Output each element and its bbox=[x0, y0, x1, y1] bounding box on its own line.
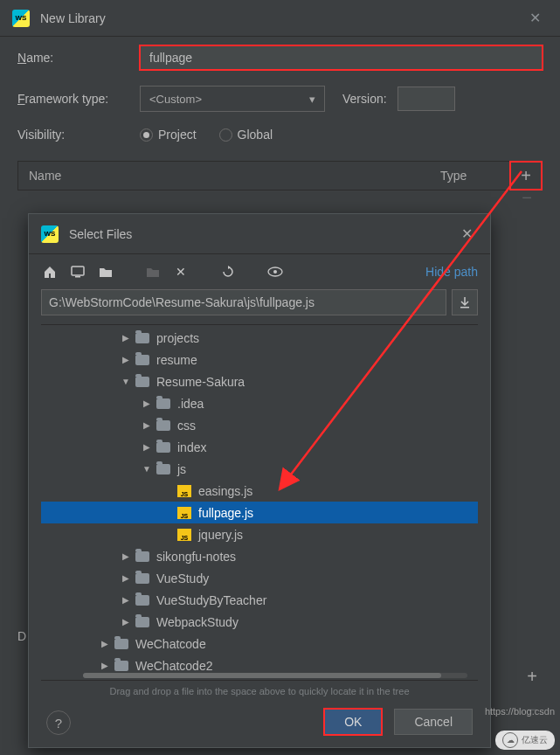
close-icon[interactable]: ✕ bbox=[456, 222, 478, 246]
desktop-icon[interactable] bbox=[69, 263, 86, 281]
js-file-icon: JS bbox=[177, 507, 191, 519]
toggle-icon[interactable]: ▶ bbox=[120, 355, 132, 364]
path-input[interactable] bbox=[41, 289, 446, 315]
watermark-url: https://blog.csdn bbox=[485, 706, 555, 717]
folder-node[interactable]: ▶sikongfu-notes bbox=[41, 545, 478, 567]
node-label: css bbox=[177, 419, 196, 433]
home-icon[interactable] bbox=[41, 263, 59, 281]
folder-icon bbox=[135, 551, 149, 562]
toggle-icon[interactable]: ▶ bbox=[141, 420, 153, 430]
folder-icon bbox=[114, 639, 128, 649]
project-icon[interactable] bbox=[97, 263, 114, 281]
libraries-table: Name Type + bbox=[17, 161, 543, 190]
folder-icon bbox=[135, 617, 149, 627]
folder-node[interactable]: ▶css bbox=[41, 414, 478, 436]
node-label: index bbox=[177, 440, 206, 454]
folder-icon bbox=[156, 398, 170, 409]
outer-add-button[interactable]: + bbox=[516, 662, 548, 690]
toggle-icon[interactable]: ▼ bbox=[141, 464, 153, 474]
help-button[interactable]: ? bbox=[46, 710, 71, 735]
d-label: D bbox=[17, 629, 26, 643]
node-label: fullpage.js bbox=[198, 506, 253, 520]
version-label: Version: bbox=[342, 92, 387, 106]
folder-icon bbox=[135, 377, 149, 387]
hide-path-link[interactable]: Hide path bbox=[425, 265, 478, 279]
file-node[interactable]: JSfullpage.js bbox=[41, 502, 478, 523]
folder-icon bbox=[135, 573, 149, 584]
file-tree[interactable]: ▶projects▶resume▼Resume-Sakura▶.idea▶css… bbox=[41, 324, 478, 681]
svg-rect-1 bbox=[75, 276, 80, 278]
close-icon[interactable]: ✕ bbox=[522, 6, 548, 30]
toggle-icon[interactable]: ▶ bbox=[99, 661, 111, 670]
svg-rect-4 bbox=[460, 307, 469, 308]
js-file-icon: JS bbox=[177, 485, 191, 497]
folder-node[interactable]: ▼Resume-Sakura bbox=[41, 371, 478, 392]
name-input[interactable] bbox=[140, 45, 543, 70]
toggle-icon[interactable]: ▶ bbox=[141, 442, 153, 452]
toggle-icon[interactable]: ▶ bbox=[120, 617, 132, 627]
folder-node[interactable]: ▶WebpackStudy bbox=[41, 611, 478, 633]
file-node[interactable]: JSjquery.js bbox=[41, 523, 478, 545]
refresh-icon[interactable] bbox=[219, 263, 237, 281]
framework-select[interactable]: <Custom> bbox=[140, 86, 325, 112]
folder-icon bbox=[135, 333, 149, 343]
folder-node[interactable]: ▶resume bbox=[41, 349, 478, 371]
node-label: WeChatcode bbox=[135, 637, 206, 651]
download-icon[interactable] bbox=[452, 289, 478, 315]
folder-icon bbox=[114, 661, 128, 671]
name-label: Name: bbox=[17, 51, 140, 65]
delete-icon[interactable]: ✕ bbox=[172, 263, 190, 281]
visibility-label: Visibility: bbox=[17, 128, 140, 142]
toggle-icon[interactable]: ▶ bbox=[120, 595, 132, 605]
dialog-title: Select Files bbox=[69, 227, 456, 241]
toolbar: ✕ Hide path bbox=[29, 254, 490, 289]
version-input[interactable] bbox=[398, 87, 455, 111]
folder-icon bbox=[135, 355, 149, 365]
watermark: ☁ 亿速云 bbox=[495, 731, 555, 750]
node-label: WeChatcode2 bbox=[135, 659, 212, 673]
toggle-icon[interactable]: ▶ bbox=[120, 551, 132, 561]
radio-global[interactable] bbox=[219, 128, 232, 142]
toggle-icon[interactable]: ▶ bbox=[141, 398, 153, 408]
node-label: js bbox=[177, 462, 186, 476]
node-label: .idea bbox=[177, 397, 204, 411]
svg-point-3 bbox=[273, 270, 277, 274]
toggle-icon[interactable]: ▶ bbox=[99, 639, 111, 648]
window-title: New Library bbox=[40, 11, 522, 25]
form: Name: Framework type: <Custom> Version: … bbox=[0, 37, 560, 190]
framework-label: Framework type: bbox=[17, 92, 140, 106]
node-label: resume bbox=[156, 353, 197, 367]
node-label: easings.js bbox=[198, 484, 252, 498]
node-label: jquery.js bbox=[198, 528, 243, 542]
node-label: WebpackStudy bbox=[156, 615, 239, 629]
file-node[interactable]: JSeasings.js bbox=[41, 480, 478, 502]
select-files-dialog: WS Select Files ✕ ✕ bbox=[28, 213, 491, 748]
titlebar: WS New Library ✕ bbox=[0, 0, 560, 37]
radio-project[interactable] bbox=[140, 128, 153, 142]
node-label: VueStudyByTeacher bbox=[156, 593, 266, 607]
folder-icon bbox=[156, 420, 170, 431]
radio-project-label: Project bbox=[158, 128, 197, 142]
new-folder-icon[interactable] bbox=[144, 263, 162, 281]
th-name[interactable]: Name bbox=[18, 169, 440, 183]
folder-node[interactable]: ▶VueStudyByTeacher bbox=[41, 589, 478, 611]
toggle-icon[interactable]: ▶ bbox=[120, 573, 132, 583]
th-type[interactable]: Type bbox=[440, 169, 510, 183]
app-icon: WS bbox=[12, 10, 30, 27]
toggle-icon[interactable]: ▶ bbox=[120, 333, 132, 343]
horizontal-scrollbar[interactable] bbox=[83, 673, 467, 678]
folder-node[interactable]: ▶index bbox=[41, 436, 478, 458]
show-hidden-icon[interactable] bbox=[266, 263, 284, 281]
folder-node[interactable]: ▶.idea bbox=[41, 392, 478, 414]
folder-icon bbox=[135, 595, 149, 606]
remove-button[interactable]: − bbox=[511, 184, 543, 211]
node-label: sikongfu-notes bbox=[156, 550, 236, 564]
ok-button[interactable]: OK bbox=[324, 709, 382, 735]
folder-node[interactable]: ▼js bbox=[41, 458, 478, 480]
toggle-icon[interactable]: ▼ bbox=[120, 377, 132, 386]
cancel-button[interactable]: Cancel bbox=[394, 709, 473, 735]
cloud-icon: ☁ bbox=[502, 732, 518, 748]
folder-node[interactable]: ▶VueStudy bbox=[41, 567, 478, 589]
folder-node[interactable]: ▶WeChatcode bbox=[41, 633, 478, 655]
folder-node[interactable]: ▶projects bbox=[41, 327, 478, 349]
